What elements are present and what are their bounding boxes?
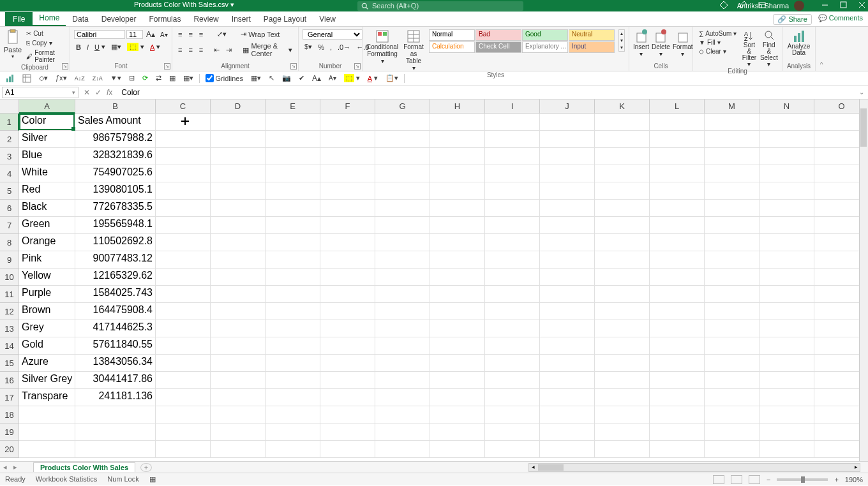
comments-button[interactable]: 💬 Comments bbox=[818, 14, 863, 25]
cell-I8[interactable] bbox=[485, 234, 540, 251]
cell-F15[interactable] bbox=[320, 355, 375, 372]
row-header-1[interactable]: 1 bbox=[0, 114, 19, 131]
style-calculation[interactable]: Calculation bbox=[429, 41, 475, 53]
cell-C15[interactable] bbox=[156, 355, 211, 372]
cell-F20[interactable] bbox=[320, 441, 375, 458]
accounting-format-button[interactable]: $▾ bbox=[303, 42, 314, 52]
cell-M11[interactable] bbox=[705, 286, 760, 303]
cell-K2[interactable] bbox=[595, 131, 650, 148]
row-header-8[interactable]: 8 bbox=[0, 234, 19, 251]
row-header-10[interactable]: 10 bbox=[0, 269, 19, 286]
style-normal[interactable]: Normal bbox=[429, 29, 475, 41]
row-header-5[interactable]: 5 bbox=[0, 182, 19, 200]
cell-D6[interactable] bbox=[211, 200, 266, 217]
cell-F5[interactable] bbox=[320, 182, 375, 200]
cell-K11[interactable] bbox=[595, 286, 650, 303]
name-box[interactable]: A1 ▾ bbox=[2, 87, 79, 98]
qat-table-icon[interactable]: ▦▾ bbox=[181, 73, 195, 83]
font-color-button[interactable]: A▾ bbox=[148, 42, 162, 52]
align-right-button[interactable]: ≡ bbox=[197, 45, 205, 54]
cell-K18[interactable] bbox=[595, 406, 650, 423]
cell-E14[interactable] bbox=[266, 337, 320, 355]
cell-M17[interactable] bbox=[705, 389, 760, 406]
cell-A11[interactable]: Purple bbox=[19, 286, 75, 303]
cell-E9[interactable] bbox=[266, 251, 320, 269]
cell-L2[interactable] bbox=[650, 131, 705, 148]
cell-J1[interactable] bbox=[540, 114, 595, 131]
cell-B9[interactable]: 90077483.12 bbox=[75, 251, 156, 269]
cell-N7[interactable] bbox=[760, 217, 814, 234]
cell-G19[interactable] bbox=[375, 423, 430, 441]
number-dialog-launcher[interactable]: ↘ bbox=[354, 63, 361, 70]
cell-B12[interactable]: 164475908.4 bbox=[75, 303, 156, 320]
cell-J6[interactable] bbox=[540, 200, 595, 217]
expand-formula-bar-icon[interactable]: ⌄ bbox=[855, 89, 868, 96]
cell-N12[interactable] bbox=[760, 303, 814, 320]
cell-H9[interactable] bbox=[430, 251, 485, 269]
cell-I16[interactable] bbox=[485, 372, 540, 389]
cell-H10[interactable] bbox=[430, 269, 485, 286]
cell-B3[interactable]: 328321839.6 bbox=[75, 148, 156, 165]
search-box[interactable]: Search (Alt+Q) bbox=[357, 1, 523, 11]
percent-format-button[interactable]: % bbox=[316, 42, 326, 52]
cell-I6[interactable] bbox=[485, 200, 540, 217]
cut-button[interactable]: ✂ Cut bbox=[24, 29, 66, 38]
cell-B10[interactable]: 12165329.62 bbox=[75, 269, 156, 286]
cell-B15[interactable]: 13843056.34 bbox=[75, 355, 156, 372]
row-header-18[interactable]: 18 bbox=[0, 406, 19, 423]
cell-H12[interactable] bbox=[430, 303, 485, 320]
cell-I17[interactable] bbox=[485, 389, 540, 406]
cell-I4[interactable] bbox=[485, 165, 540, 182]
cell-D15[interactable] bbox=[211, 355, 266, 372]
cell-F16[interactable] bbox=[320, 372, 375, 389]
cell-J11[interactable] bbox=[540, 286, 595, 303]
cell-F8[interactable] bbox=[320, 234, 375, 251]
cell-K17[interactable] bbox=[595, 389, 650, 406]
cell-J13[interactable] bbox=[540, 320, 595, 337]
qat-sort-asc-icon[interactable]: A↓Z bbox=[73, 75, 87, 82]
tab-developer[interactable]: Developer bbox=[95, 12, 143, 26]
cell-K8[interactable] bbox=[595, 234, 650, 251]
qat-chart-icon[interactable] bbox=[4, 73, 17, 84]
qat-freeze-icon[interactable]: ▦▾ bbox=[249, 73, 263, 83]
cell-B20[interactable] bbox=[75, 441, 156, 458]
cell-C20[interactable] bbox=[156, 441, 211, 458]
col-header-A[interactable]: A bbox=[19, 99, 75, 114]
cell-C3[interactable] bbox=[156, 148, 211, 165]
cell-A14[interactable]: Gold bbox=[19, 337, 75, 355]
page-layout-view-button[interactable] bbox=[731, 475, 742, 484]
cell-F9[interactable] bbox=[320, 251, 375, 269]
cell-B11[interactable]: 1584025.743 bbox=[75, 286, 156, 303]
tab-view[interactable]: View bbox=[313, 12, 342, 26]
cell-F2[interactable] bbox=[320, 131, 375, 148]
cell-A3[interactable]: Blue bbox=[19, 148, 75, 165]
decrease-font-button[interactable]: A▾ bbox=[158, 31, 170, 39]
cell-N15[interactable] bbox=[760, 355, 814, 372]
font-size-input[interactable] bbox=[126, 30, 143, 39]
cell-G12[interactable] bbox=[375, 303, 430, 320]
cell-M9[interactable] bbox=[705, 251, 760, 269]
styles-scroll-down[interactable]: ▾ bbox=[619, 37, 624, 44]
tab-file[interactable]: File bbox=[5, 12, 33, 26]
cell-N1[interactable] bbox=[760, 114, 814, 131]
number-format-select[interactable]: General bbox=[303, 29, 363, 40]
zoom-out-button[interactable]: − bbox=[767, 476, 770, 483]
cell-K1[interactable] bbox=[595, 114, 650, 131]
cell-H13[interactable] bbox=[430, 320, 485, 337]
cell-F7[interactable] bbox=[320, 217, 375, 234]
cell-L15[interactable] bbox=[650, 355, 705, 372]
styles-more[interactable]: ▾ bbox=[619, 44, 624, 51]
cell-M5[interactable] bbox=[705, 182, 760, 200]
cell-M8[interactable] bbox=[705, 234, 760, 251]
decrease-indent-button[interactable]: ⇤ bbox=[212, 45, 221, 55]
styles-scroll-up[interactable]: ▴ bbox=[619, 30, 624, 37]
cell-H4[interactable] bbox=[430, 165, 485, 182]
col-header-M[interactable]: M bbox=[705, 99, 760, 114]
cell-B19[interactable] bbox=[75, 423, 156, 441]
sheet-tab-active[interactable]: Products Color With Sales bbox=[33, 462, 135, 472]
cell-E7[interactable] bbox=[266, 217, 320, 234]
cell-H14[interactable] bbox=[430, 337, 485, 355]
cell-G15[interactable] bbox=[375, 355, 430, 372]
close-icon[interactable] bbox=[858, 1, 865, 8]
cell-N16[interactable] bbox=[760, 372, 814, 389]
